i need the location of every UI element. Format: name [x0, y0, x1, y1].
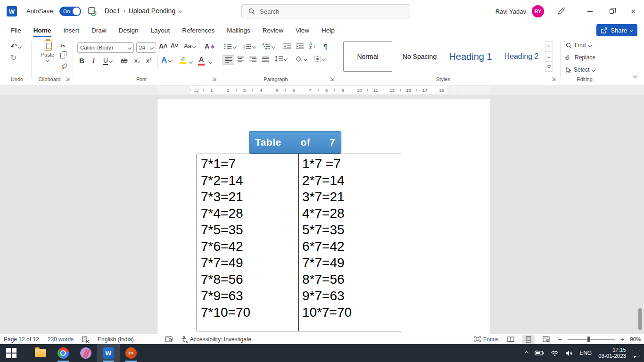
user-name[interactable]: Ravi Yadav [495, 8, 526, 15]
search-input[interactable]: Search [241, 4, 410, 18]
chrome-icon[interactable] [52, 344, 74, 362]
font-dialog-launcher[interactable]: ⇲ [212, 76, 216, 82]
tray-chevron-icon[interactable] [525, 351, 528, 355]
format-painter-button[interactable] [60, 63, 67, 70]
undo-button[interactable]: ↶ [10, 41, 21, 51]
superscript-button[interactable]: x² [146, 57, 151, 64]
tab-home[interactable]: Home [27, 24, 58, 37]
shading-button[interactable] [295, 56, 307, 62]
line-spacing-button[interactable] [275, 56, 287, 62]
tab-view[interactable]: View [289, 24, 315, 37]
styles-scroll-up[interactable] [545, 42, 553, 52]
copy-button[interactable] [60, 53, 65, 58]
language-indicator[interactable]: English (India) [98, 336, 134, 343]
show-formatting-marks-button[interactable]: ¶ [323, 42, 327, 50]
styles-gallery-expand[interactable] [545, 62, 553, 71]
styles-scroll-down[interactable] [545, 52, 553, 62]
read-mode-button[interactable] [504, 335, 517, 344]
font-color-button[interactable]: A [198, 56, 205, 66]
tab-mailings[interactable]: Mailings [221, 24, 256, 37]
decrease-indent-button[interactable] [283, 43, 291, 49]
collapse-ribbon-chevron[interactable] [633, 74, 637, 78]
indent-marker-left[interactable] [194, 87, 198, 94]
page-indicator[interactable]: Page 12 of 12 [4, 336, 39, 343]
style-normal[interactable]: Normal [343, 41, 392, 72]
chevron-down-icon[interactable] [208, 60, 212, 64]
cut-button[interactable]: ✂ [60, 42, 66, 49]
find-button[interactable]: Find [566, 42, 591, 49]
zoom-in-button[interactable]: + [620, 336, 624, 343]
select-button[interactable]: Select [566, 66, 595, 73]
style-heading-1[interactable]: Heading 1 [446, 41, 495, 72]
align-left-button[interactable] [223, 55, 234, 65]
chevron-down-icon[interactable] [189, 60, 193, 64]
borders-button[interactable] [314, 56, 325, 62]
tab-help[interactable]: Help [315, 24, 341, 37]
underline-button[interactable]: U [103, 57, 112, 65]
bold-button[interactable]: B [79, 57, 84, 65]
web-layout-button[interactable] [540, 335, 553, 344]
vertical-scrollbar[interactable] [638, 95, 643, 334]
paste-button[interactable]: Paste [38, 41, 58, 61]
paragraph-dialog-launcher[interactable]: ⇲ [330, 76, 334, 82]
grow-font-button[interactable]: A˄ [159, 42, 167, 50]
document-page[interactable]: Table of 7 7*1=77*2=147*3=217*4=287*5=35… [157, 98, 490, 334]
change-case-button[interactable]: Aa [184, 42, 196, 49]
accessibility-status[interactable]: Accessibility: Investigate [181, 336, 251, 343]
language-code[interactable]: ENG [579, 350, 592, 356]
font-name-combo[interactable]: Calibri (Body) [77, 42, 134, 53]
scrollbar-thumb[interactable] [638, 308, 642, 330]
word-taskbar-icon[interactable]: W [97, 344, 120, 362]
zoom-slider-thumb[interactable] [587, 337, 590, 342]
battery-icon[interactable] [535, 350, 544, 356]
notification-icon[interactable] [633, 350, 640, 356]
text-effects-button[interactable]: A [161, 56, 171, 65]
replace-button[interactable]: bc⟲ Replace [566, 54, 595, 61]
shrink-font-button[interactable]: A˅ [171, 42, 178, 49]
tab-file[interactable]: File [5, 24, 27, 37]
restore-button[interactable] [601, 0, 622, 23]
bullets-button[interactable] [224, 43, 236, 49]
numbering-button[interactable]: 123 [243, 43, 256, 49]
highlight-button[interactable] [179, 56, 187, 64]
zoom-level[interactable]: 90% [630, 336, 641, 343]
autosave-toggle[interactable]: On [59, 7, 81, 16]
word-count[interactable]: 230 words [48, 336, 74, 343]
subscript-button[interactable]: x₂ [134, 57, 140, 64]
word-logo-icon[interactable]: W [7, 6, 17, 16]
strikethrough-button[interactable]: ab [121, 57, 127, 64]
tab-draw[interactable]: Draw [85, 24, 113, 37]
tab-design[interactable]: Design [113, 24, 145, 37]
start-button[interactable] [0, 344, 23, 362]
increase-indent-button[interactable] [296, 43, 304, 49]
tab-review[interactable]: Review [256, 24, 289, 37]
display-settings-icon[interactable] [165, 336, 173, 343]
redo-button[interactable]: ↻ [10, 53, 17, 62]
proofing-icon[interactable] [82, 336, 89, 343]
justify-button[interactable] [262, 57, 269, 62]
save-sync-icon[interactable] [88, 7, 97, 16]
italic-button[interactable]: I [92, 57, 95, 65]
focus-button[interactable]: Focus [474, 336, 499, 343]
file-explorer-icon[interactable] [29, 344, 52, 362]
minimize-button[interactable] [579, 0, 601, 23]
align-center-button[interactable] [237, 57, 244, 62]
styles-dialog-launcher[interactable]: ⇲ [552, 76, 555, 82]
clock[interactable]: 17:15 03-01-2023 [598, 347, 626, 359]
snipping-tool-icon[interactable]: ✂ [120, 344, 142, 362]
clipboard-dialog-launcher[interactable]: ⇲ [66, 76, 69, 82]
wifi-icon[interactable] [551, 350, 559, 356]
clear-formatting-button[interactable]: A◆ [205, 42, 215, 50]
tab-insert[interactable]: Insert [57, 24, 85, 37]
avatar[interactable]: RY [532, 5, 544, 17]
tab-layout[interactable]: Layout [145, 24, 176, 37]
document-title[interactable]: Doc1 • Upload Pending [105, 7, 182, 15]
purple-app-icon[interactable] [74, 344, 97, 362]
print-layout-button[interactable] [522, 335, 535, 344]
tab-references[interactable]: References [176, 24, 221, 37]
style-no-spacing[interactable]: No Spacing [395, 41, 444, 72]
sort-button[interactable]: AZ ↓ [309, 42, 316, 49]
close-button[interactable]: ✕ [622, 0, 644, 23]
multilevel-list-button[interactable] [263, 43, 275, 49]
zoom-slider[interactable] [568, 339, 615, 340]
